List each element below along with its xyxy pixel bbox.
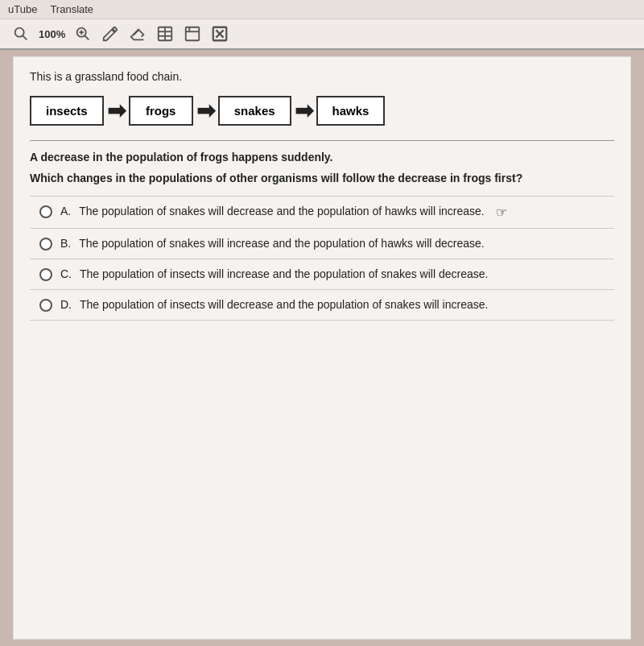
chain-item-frogs: frogs <box>129 96 193 126</box>
svg-line-6 <box>134 30 139 35</box>
radio-b[interactable] <box>39 238 52 251</box>
chain-item-hawks: hawks <box>316 96 386 126</box>
svg-point-0 <box>15 28 24 37</box>
note-icon[interactable] <box>183 24 202 43</box>
book-icon[interactable] <box>155 24 175 43</box>
cursor-hand-icon: ☞ <box>496 205 507 220</box>
option-c-letter: C. <box>60 267 72 280</box>
option-b-text: The population of snakes will increase a… <box>79 237 485 250</box>
option-b-letter: B. <box>60 237 71 250</box>
question-text: Which changes in the populations of othe… <box>30 172 614 184</box>
browser-tabs: uTube Translate <box>8 3 93 15</box>
toolbar: 100% <box>0 19 644 50</box>
close-icon[interactable] <box>210 24 229 43</box>
content-area: This is a grassland food chain. insects … <box>13 56 631 640</box>
answer-options: A. The population of snakes will decreas… <box>30 196 614 321</box>
description-text: A decrease in the population of frogs ha… <box>30 151 614 164</box>
search-icon[interactable] <box>11 24 31 43</box>
option-c-text: The population of insects will increase … <box>80 267 488 280</box>
option-b[interactable]: B. The population of snakes will increas… <box>30 229 614 259</box>
tab-translate[interactable]: Translate <box>50 3 93 15</box>
svg-rect-11 <box>186 27 200 41</box>
arrow-3: ➡ <box>295 100 313 122</box>
chain-item-snakes: snakes <box>218 96 291 126</box>
option-a[interactable]: A. The population of snakes will decreas… <box>30 196 614 229</box>
chain-item-insects: insects <box>30 96 104 126</box>
arrow-1: ➡ <box>107 100 126 122</box>
radio-d[interactable] <box>39 299 52 312</box>
svg-line-1 <box>23 35 27 39</box>
divider-1 <box>30 140 614 141</box>
radio-c[interactable] <box>39 268 52 281</box>
option-d[interactable]: D. The population of insects will decrea… <box>30 290 614 321</box>
zoom-level: 100% <box>39 28 65 40</box>
option-d-letter: D. <box>60 298 72 311</box>
option-a-text: The population of snakes will decrease a… <box>79 205 485 217</box>
option-c[interactable]: C. The population of insects will increa… <box>30 259 614 290</box>
zoom-in-icon[interactable] <box>73 24 93 43</box>
browser-bar: uTube Translate <box>0 0 644 19</box>
food-chain-diagram: insects ➡ frogs ➡ snakes ➡ hawks <box>30 96 614 126</box>
pencil-icon[interactable] <box>101 24 120 43</box>
tab-youtube[interactable]: uTube <box>8 3 37 15</box>
radio-a[interactable] <box>39 205 52 218</box>
option-a-letter: A. <box>60 205 71 217</box>
intro-text: This is a grassland food chain. <box>30 70 614 83</box>
eraser-icon[interactable] <box>128 24 147 43</box>
svg-line-3 <box>85 35 89 39</box>
arrow-2: ➡ <box>196 100 215 122</box>
option-d-text: The population of insects will decrease … <box>80 298 488 311</box>
search-area <box>11 24 31 43</box>
